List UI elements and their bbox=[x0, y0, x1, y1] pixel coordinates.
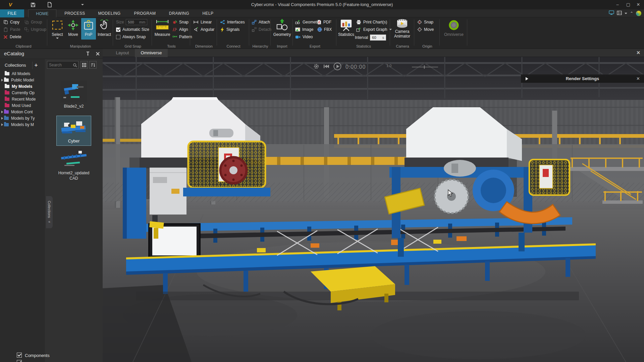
ecatalog-close-icon[interactable] bbox=[96, 51, 100, 57]
export-video-button[interactable]: Video bbox=[295, 34, 313, 40]
playback-speed-slider[interactable] bbox=[412, 67, 438, 67]
export-graph-button[interactable]: Export Graph bbox=[356, 26, 392, 33]
pnp-button[interactable]: PnP bbox=[81, 18, 96, 40]
catalog-item-blade2[interactable]: Blade2_v2 bbox=[56, 80, 91, 109]
components-checkbox[interactable] bbox=[17, 353, 22, 358]
ribbon-group-dimension: Linear Angular Dimension bbox=[191, 17, 217, 49]
angular-dimension-button[interactable]: Angular bbox=[193, 26, 214, 33]
export-image-button[interactable]: Image bbox=[295, 26, 313, 33]
folder-icon bbox=[4, 110, 9, 114]
search-input[interactable] bbox=[49, 62, 71, 68]
tab-file[interactable]: FILE bbox=[0, 9, 24, 17]
detach-button[interactable]: Detach bbox=[252, 26, 271, 33]
signals-button[interactable]: Signals bbox=[220, 26, 239, 33]
omniverse-button[interactable]: Omniverse bbox=[442, 18, 466, 40]
interact-button[interactable]: Interact bbox=[97, 18, 112, 40]
factory-scene bbox=[103, 57, 644, 362]
tab-help[interactable]: HELP bbox=[198, 9, 218, 17]
search-box[interactable] bbox=[47, 61, 78, 69]
display-settings-icon[interactable] bbox=[609, 10, 614, 16]
export-pdf-button[interactable]: PDF bbox=[317, 19, 331, 25]
tab-home[interactable]: HOME bbox=[28, 9, 56, 17]
rewind-icon[interactable] bbox=[323, 64, 329, 70]
sort-button[interactable] bbox=[89, 61, 97, 69]
expand-arrow-icon[interactable] bbox=[0, 111, 4, 113]
grid-view-button[interactable] bbox=[80, 61, 88, 69]
maximize-button[interactable]: ▢ bbox=[623, 0, 634, 9]
tree-item-models-by-type[interactable]: Models by Ty bbox=[0, 115, 45, 121]
group-label-statistics: Statistics bbox=[337, 44, 390, 48]
camera-animator-button[interactable]: Camera Animator bbox=[392, 18, 413, 43]
select-dropdown-icon[interactable] bbox=[56, 38, 59, 39]
workspace-layout-icon[interactable] bbox=[617, 10, 622, 16]
export-geometry-button[interactable]: Geometry bbox=[295, 19, 320, 25]
tree-item-motion-control[interactable]: Motion Cont bbox=[0, 109, 45, 115]
print-charts-button[interactable]: Print Chart(s) bbox=[356, 19, 387, 25]
tree-item-recent-models[interactable]: Recent Mode bbox=[0, 96, 45, 102]
close-button[interactable]: ✕ bbox=[633, 0, 644, 9]
tree-item-models-by-manufacturer[interactable]: Models by M bbox=[0, 121, 45, 128]
tab-process[interactable]: PROCESS bbox=[60, 9, 89, 17]
add-collection-button[interactable]: + bbox=[32, 62, 40, 69]
snap-tool-button[interactable]: Snap bbox=[172, 19, 189, 25]
origin-move-icon bbox=[417, 27, 422, 32]
export-video-icon bbox=[295, 35, 301, 39]
import-geometry-button[interactable]: Geometry bbox=[273, 18, 291, 40]
tab-omniverse[interactable]: Omniverse bbox=[135, 49, 168, 57]
group-button[interactable]: Group bbox=[24, 19, 42, 25]
tree-item-currently-open[interactable]: Currently Op bbox=[0, 89, 45, 96]
export-fbx-button[interactable]: FBX bbox=[317, 26, 332, 33]
tree-item-all-models[interactable]: All Models bbox=[0, 70, 45, 77]
expand-arrow-icon[interactable] bbox=[0, 117, 4, 120]
delete-button[interactable]: Delete bbox=[3, 34, 21, 40]
ungroup-button[interactable]: Ungroup bbox=[24, 26, 46, 33]
grid-view-icon bbox=[82, 63, 86, 67]
select-button[interactable]: Select bbox=[50, 18, 65, 43]
move-button[interactable]: Move bbox=[66, 18, 80, 40]
partial-checkbox[interactable] bbox=[17, 360, 22, 362]
group-label-grid-snap: Grid Snap bbox=[114, 44, 152, 48]
collapse-ribbon-icon[interactable]: ⌃ bbox=[630, 11, 633, 16]
render-settings-close-icon[interactable]: ✕ bbox=[636, 76, 640, 81]
measure-button[interactable]: Measure bbox=[154, 18, 171, 40]
expand-arrow-icon[interactable] bbox=[0, 79, 4, 81]
tab-drawing[interactable]: DRAWING bbox=[164, 9, 194, 17]
tree-item-public-models[interactable]: Public Model bbox=[0, 77, 45, 83]
tab-layout[interactable]: Layout bbox=[111, 49, 133, 57]
viewport-scene-3d[interactable] bbox=[103, 57, 644, 362]
grid-size-input[interactable]: 500 mm bbox=[126, 19, 147, 25]
paste-button[interactable]: Paste bbox=[3, 26, 20, 33]
attach-button[interactable]: Attach bbox=[252, 19, 270, 25]
origin-snap-button[interactable]: Snap bbox=[417, 19, 433, 25]
catalog-item-hornet2[interactable]: Hornet2_updated CAD bbox=[54, 149, 94, 181]
pin-icon[interactable] bbox=[86, 51, 90, 58]
layout-dropdown-icon[interactable] bbox=[625, 13, 627, 14]
automatic-size-checkbox[interactable]: Automatic Size bbox=[116, 26, 149, 33]
playback-speed-value: 1.0 bbox=[386, 64, 391, 68]
collapse-chevrons-icon[interactable]: « bbox=[48, 220, 50, 224]
always-snap-checkbox[interactable]: Always Snap bbox=[116, 34, 146, 40]
user-avatar[interactable] bbox=[636, 11, 641, 16]
playback-settings-gear-icon[interactable] bbox=[313, 63, 319, 71]
viewport-close-icon[interactable]: ✕ bbox=[635, 50, 641, 56]
catalog-item-cyber-selected[interactable]: Cyber bbox=[56, 116, 91, 146]
statistics-button[interactable]: Statistics bbox=[337, 18, 355, 40]
interval-input[interactable]: 60 s bbox=[370, 35, 386, 41]
interfaces-button[interactable]: Interfaces bbox=[220, 19, 245, 25]
ribbon-group-camera: Camera Animator Camera bbox=[391, 17, 414, 49]
align-button[interactable]: Align bbox=[172, 26, 188, 33]
linear-icon bbox=[193, 20, 199, 24]
tree-item-most-used[interactable]: Most Used bbox=[0, 102, 45, 109]
copy-button[interactable]: Copy bbox=[3, 19, 19, 25]
play-button-icon[interactable] bbox=[333, 62, 341, 72]
expand-arrow-icon[interactable] bbox=[0, 123, 4, 126]
pattern-button[interactable]: Pattern bbox=[172, 34, 192, 40]
export-graph-icon bbox=[356, 27, 361, 32]
minimize-button[interactable]: – bbox=[612, 0, 623, 9]
linear-dimension-button[interactable]: Linear bbox=[193, 19, 212, 25]
origin-move-button[interactable]: Move bbox=[417, 26, 434, 33]
tab-modeling[interactable]: MODELING bbox=[93, 9, 125, 17]
collections-collapse-tab[interactable]: Collections « bbox=[46, 196, 53, 228]
tree-item-my-models[interactable]: My Models bbox=[0, 83, 45, 89]
tab-program[interactable]: PROGRAM bbox=[129, 9, 160, 17]
